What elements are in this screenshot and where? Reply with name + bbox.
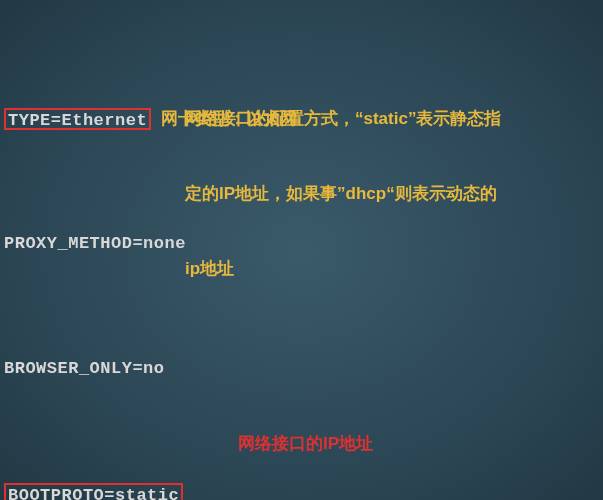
cfg-proxy-method: PROXY_METHOD=none bbox=[4, 231, 186, 256]
cfg-type: TYPE=Ethernet bbox=[4, 108, 151, 130]
cfg-bootproto: BOOTPROTO=static bbox=[4, 483, 183, 501]
note-bootproto-l3: ip地址 bbox=[185, 256, 501, 281]
ip-notes: 网络接口的IP地址 子网掩码 默认网关地址 域名解析服务器 bbox=[238, 384, 373, 500]
note-bootproto: 网络接口的配置方式，“static”表示静态指 定的IP地址，如果事”dhcp“… bbox=[185, 56, 501, 331]
line-browser-only: BROWSER_ONLY=no bbox=[4, 356, 599, 381]
cfg-browser-only: BROWSER_ONLY=no bbox=[4, 356, 165, 381]
note-bootproto-l2: 定的IP地址，如果事”dhcp“则表示动态的 bbox=[185, 181, 501, 206]
note-ipaddr: 网络接口的IP地址 bbox=[238, 432, 373, 456]
config-screenshot: TYPE=Ethernet 网卡类型：以太网 PROXY_METHOD=none… bbox=[0, 0, 603, 500]
note-bootproto-l1: 网络接口的配置方式，“static”表示静态指 bbox=[185, 106, 501, 131]
